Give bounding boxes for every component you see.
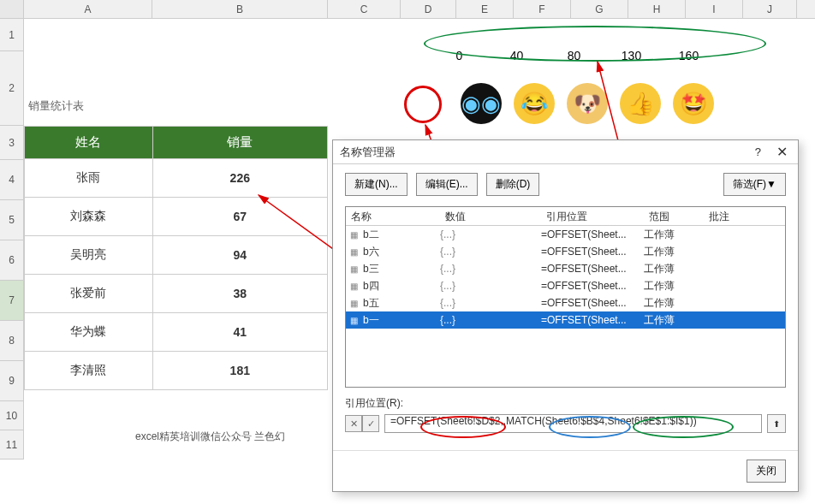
col-head-F[interactable]: F [514,0,571,18]
name-cell: b二 [361,228,440,242]
footnote: excel精英培训微信公众号 兰色幻 [135,430,285,444]
ref-cell: =OFFSET(Sheet... [541,263,644,275]
ref-label: 引用位置(R): [345,396,786,411]
cell-name[interactable]: 吴明亮 [25,236,153,275]
col-ref[interactable]: 引用位置 [541,207,644,225]
dialog-titlebar[interactable]: 名称管理器 ? ✕ [333,140,798,164]
select-all-corner[interactable] [0,0,24,18]
col-note[interactable]: 批注 [704,207,785,225]
name-cell: b六 [361,245,440,259]
row-head-5[interactable]: 5 [0,200,24,240]
cell-sales[interactable]: 38 [152,275,327,313]
row-head-3[interactable]: 3 [0,126,24,160]
cell-name[interactable]: 李清照 [25,352,153,390]
col-head-A[interactable]: A [24,0,152,18]
table-row[interactable]: 张雨226 [25,159,328,198]
row-head-1[interactable]: 1 [0,19,24,51]
value-cell: {...} [440,297,541,309]
value-cell: {...} [440,314,541,326]
cell-sales[interactable]: 41 [152,313,327,352]
table-icon: ▦ [346,299,361,308]
close-button[interactable]: 关闭 [747,460,786,483]
table-title: 销量统计表 [28,98,84,114]
row-head-6[interactable]: 6 [0,240,24,281]
help-icon[interactable]: ? [755,145,761,158]
name-list[interactable]: 名称 数值 引用位置 范围 批注 ▦b二{...}=OFFSET(Sheet..… [345,206,786,388]
scope-cell: 工作薄 [644,279,704,294]
row-head-7[interactable]: 7 [0,281,24,321]
table-icon: ▦ [346,264,361,274]
name-cell: b四 [361,279,440,294]
col-name-header: 姓名 [25,127,153,159]
edit-button[interactable]: 编辑(E)... [416,173,478,196]
name-cell: b五 [361,296,440,311]
table-row[interactable]: 张爱前38 [25,275,328,313]
name-cell: b三 [361,262,440,276]
cell-name[interactable]: 华为蝶 [25,313,153,352]
name-row[interactable]: ▦b四{...}=OFFSET(Sheet...工作薄 [346,277,785,294]
cell-name[interactable]: 刘森森 [25,198,153,236]
table-icon: ▦ [346,316,361,325]
cancel-ref-icon[interactable]: ✕ [345,415,362,432]
star-icon: 🤩 [673,83,714,124]
scope-cell: 工作薄 [644,262,704,276]
threshold-ellipse [424,26,766,62]
col-head-G[interactable]: G [571,0,628,18]
row-head-4[interactable]: 4 [0,160,24,200]
cell-sales[interactable]: 181 [152,352,327,390]
accept-ref-icon[interactable]: ✓ [362,415,379,432]
table-row[interactable]: 刘森森67 [25,198,328,236]
col-head-B[interactable]: B [152,0,328,18]
row-head-10[interactable]: 10 [0,401,24,430]
table-row[interactable]: 华为蝶41 [25,313,328,352]
ref-input[interactable]: =OFFSET(Sheet6!$D$2,,MATCH(Sheet6!$B$4,S… [384,414,762,433]
name-row[interactable]: ▦b一{...}=OFFSET(Sheet...工作薄 [346,311,785,329]
scope-cell: 工作薄 [644,313,704,328]
value-cell: {...} [440,246,541,258]
thumbs-icon: 👍 [620,83,661,124]
value-cell: {...} [440,263,541,275]
name-row[interactable]: ▦b五{...}=OFFSET(Sheet...工作薄 [346,294,785,311]
row-headers: 1234567891011 [0,19,24,460]
col-head-I[interactable]: I [686,0,743,18]
cell-name[interactable]: 张雨 [25,159,153,198]
cell-sales[interactable]: 94 [152,236,327,275]
cell-sales[interactable]: 226 [152,159,327,198]
ref-picker-icon[interactable]: ⬆ [767,414,786,433]
col-head-D[interactable]: D [401,0,456,18]
name-row[interactable]: ▦b六{...}=OFFSET(Sheet...工作薄 [346,243,785,260]
scope-cell: 工作薄 [644,245,704,259]
row-head-11[interactable]: 11 [0,430,24,460]
new-button[interactable]: 新建(N)... [345,173,408,196]
col-sales-header: 销量 [152,127,327,159]
name-cell: b一 [361,313,440,328]
close-icon[interactable]: ✕ [773,144,791,160]
name-row[interactable]: ▦b二{...}=OFFSET(Sheet...工作薄 [346,226,785,243]
table-row[interactable]: 吴明亮94 [25,236,328,275]
name-row[interactable]: ▦b三{...}=OFFSET(Sheet...工作薄 [346,260,785,277]
column-headers: ABCDEFGHIJ [0,0,815,19]
col-name[interactable]: 名称 [346,207,440,225]
delete-button[interactable]: 删除(D) [486,173,540,196]
row-head-2[interactable]: 2 [0,51,24,126]
emoji-row: ◉◉ 😂 🐶 👍 🤩 [461,83,714,124]
col-head-E[interactable]: E [456,0,514,18]
col-head-C[interactable]: C [328,0,401,18]
dialog-title: 名称管理器 [340,145,396,160]
col-scope[interactable]: 范围 [644,207,704,225]
table-row[interactable]: 李清照181 [25,352,328,390]
row-head-8[interactable]: 8 [0,321,24,361]
col-head-H[interactable]: H [628,0,686,18]
data-table: 姓名 销量 张雨226刘森森67吴明亮94张爱前38华为蝶41李清照181 [24,126,328,390]
col-head-J[interactable]: J [743,0,797,18]
col-value[interactable]: 数值 [440,207,541,225]
ref-cell: =OFFSET(Sheet... [541,297,644,309]
dog-icon: 🐶 [567,83,608,124]
cell-name[interactable]: 张爱前 [25,275,153,313]
d2-circle [404,86,442,123]
row-head-9[interactable]: 9 [0,361,24,401]
filter-button[interactable]: 筛选(F)▼ [723,173,786,196]
value-cell: {...} [440,228,541,240]
cell-sales[interactable]: 67 [152,198,327,236]
ref-cell: =OFFSET(Sheet... [541,280,644,292]
